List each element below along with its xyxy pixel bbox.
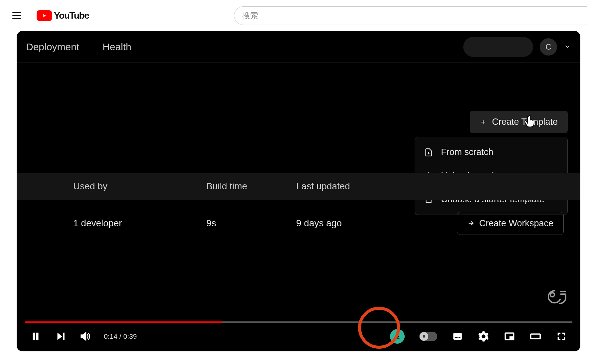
duration: 0:39 (123, 332, 137, 340)
chevron-down-icon[interactable] (564, 41, 571, 53)
table-row: 1 developer 9s 9 days ago Create Workspa… (17, 200, 580, 247)
download-button[interactable] (390, 329, 405, 344)
file-plus-icon (424, 148, 433, 157)
arrow-right-icon (467, 220, 475, 227)
menu-icon[interactable] (10, 9, 23, 22)
youtube-play-icon (37, 10, 52, 21)
search-container (234, 6, 587, 25)
cell-used-by: 1 developer (73, 218, 206, 229)
pause-small-icon (422, 334, 426, 339)
subtitles-button[interactable] (452, 331, 463, 342)
time-separator: / (119, 332, 123, 340)
cell-last-updated: 9 days ago (296, 218, 429, 229)
col-header-used-by: Used by (73, 181, 206, 192)
dropdown-from-scratch-label: From scratch (441, 147, 494, 157)
autoplay-knob (420, 332, 428, 341)
fullscreen-button[interactable] (556, 331, 567, 342)
download-icon (394, 333, 401, 340)
svg-point-0 (550, 293, 554, 297)
col-header-build-time: Build time (206, 181, 296, 192)
subtitles-icon (452, 331, 463, 342)
app-topbar-right: C (463, 37, 571, 57)
svg-rect-6 (531, 334, 540, 339)
create-workspace-button[interactable]: Create Workspace (457, 212, 564, 235)
youtube-logo[interactable]: YouTube (37, 10, 89, 21)
fullscreen-icon (556, 331, 567, 342)
search-input[interactable] (242, 11, 579, 20)
progress-played (25, 321, 222, 323)
video-content: Deployment Health C Create Template (17, 31, 580, 315)
search-pill[interactable] (463, 37, 533, 57)
volume-icon (79, 331, 91, 342)
time-display: 0:14 / 0:39 (104, 332, 137, 340)
progress-bar[interactable] (25, 321, 572, 323)
gear-icon (478, 331, 489, 342)
nav-deployment[interactable]: Deployment (26, 41, 79, 53)
volume-button[interactable] (79, 331, 91, 342)
next-button[interactable] (55, 331, 66, 342)
plus-icon (480, 119, 487, 125)
autoplay-toggle[interactable] (419, 332, 437, 341)
coder-logo-icon (542, 287, 569, 307)
nav-health[interactable]: Health (102, 41, 131, 53)
miniplayer-button[interactable] (504, 331, 515, 342)
svg-rect-2 (455, 337, 458, 338)
app-nav: Deployment Health (26, 41, 131, 53)
create-workspace-label: Create Workspace (479, 218, 553, 229)
miniplayer-icon (504, 331, 515, 342)
svg-rect-1 (453, 333, 462, 340)
pause-button[interactable] (30, 331, 41, 342)
theater-icon (530, 331, 541, 342)
settings-button[interactable] (478, 331, 489, 342)
svg-rect-5 (509, 336, 513, 339)
svg-rect-3 (459, 337, 461, 338)
video-player: Deployment Health C Create Template (17, 31, 580, 351)
current-time: 0:14 (104, 332, 117, 340)
app-topbar: Deployment Health C (17, 31, 580, 63)
youtube-header: YouTube (0, 0, 597, 31)
pause-icon (30, 331, 41, 342)
search-box[interactable] (234, 6, 587, 25)
youtube-logo-text: YouTube (54, 10, 89, 21)
table-header-row: Used by Build time Last updated (17, 173, 580, 200)
theater-button[interactable] (530, 331, 541, 342)
col-header-last-updated: Last updated (296, 181, 429, 192)
controls-left: 0:14 / 0:39 (30, 331, 137, 342)
player-controls: 0:14 / 0:39 (17, 325, 580, 351)
create-template-button[interactable]: Create Template (470, 111, 568, 133)
dropdown-from-scratch[interactable]: From scratch (415, 140, 567, 164)
cell-build-time: 9s (206, 218, 296, 229)
user-avatar[interactable]: C (540, 38, 557, 56)
create-template-label: Create Template (492, 117, 558, 127)
skip-next-icon (55, 331, 66, 342)
avatar-initial: C (545, 42, 551, 52)
app-main: Create Template From scratch Upload temp… (17, 63, 580, 73)
controls-right (390, 329, 567, 344)
